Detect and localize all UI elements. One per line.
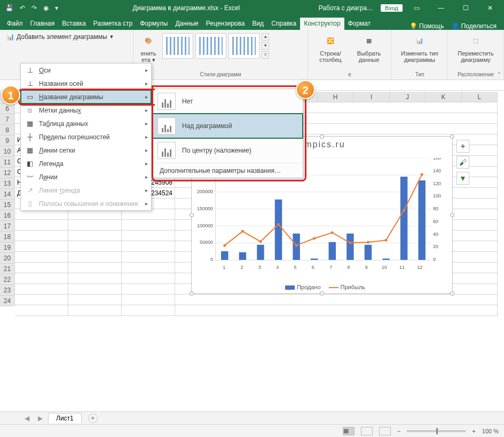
- move-chart-button[interactable]: ⬚ Переместить диаграмму: [451, 31, 500, 64]
- zoom-level[interactable]: 100 %: [482, 428, 499, 434]
- zoom-in-icon[interactable]: +: [472, 428, 475, 434]
- menu-data-table[interactable]: ▦Таблица данных▸: [21, 117, 151, 130]
- submenu-above[interactable]: Над диаграммой: [152, 114, 303, 138]
- row-header[interactable]: 11: [0, 157, 15, 168]
- col-header[interactable]: H: [318, 92, 353, 102]
- chart-style-2[interactable]: [195, 33, 226, 59]
- cell[interactable]: [122, 305, 175, 316]
- submenu-centered[interactable]: По центру (наложение): [152, 138, 303, 163]
- cell[interactable]: [122, 284, 175, 295]
- menu-axes[interactable]: ⊥Оси▸: [21, 63, 151, 77]
- chart-style-3[interactable]: [229, 33, 259, 59]
- col-header[interactable]: J: [390, 92, 426, 102]
- view-layout-icon[interactable]: [361, 427, 373, 435]
- tab-design[interactable]: Конструктор: [300, 18, 344, 30]
- cell[interactable]: [15, 209, 68, 220]
- cell[interactable]: [15, 263, 68, 273]
- cell[interactable]: [68, 305, 122, 316]
- close-icon[interactable]: ✕: [479, 4, 501, 12]
- redo-icon[interactable]: ↷: [32, 4, 37, 12]
- menu-error-bars[interactable]: ┼Пределы погрешностей▸: [21, 130, 151, 144]
- tab-format[interactable]: Формат: [344, 18, 375, 30]
- row-header[interactable]: 16: [0, 210, 15, 221]
- gallery-down-icon[interactable]: ▾: [262, 42, 269, 50]
- cell[interactable]: [15, 284, 68, 295]
- cell[interactable]: [15, 252, 68, 263]
- cell[interactable]: [15, 305, 68, 316]
- cell[interactable]: [122, 209, 175, 220]
- sheet-nav-prev[interactable]: ◀: [21, 415, 33, 422]
- submenu-more-options[interactable]: Дополнительные параметры названия…: [152, 163, 303, 178]
- collapse-ribbon-icon[interactable]: ˄: [498, 71, 501, 78]
- menu-lines[interactable]: 〰Линии▸: [21, 170, 151, 184]
- row-header[interactable]: 23: [0, 285, 15, 296]
- tab-data[interactable]: Данные: [171, 18, 202, 30]
- new-sheet-button[interactable]: +: [88, 414, 98, 423]
- col-header[interactable]: L: [462, 92, 498, 102]
- chart-legend[interactable]: Продано Прибыль: [192, 284, 452, 290]
- cell[interactable]: [122, 273, 175, 284]
- submenu-none[interactable]: Нет: [152, 89, 303, 114]
- row-header[interactable]: 10: [0, 146, 15, 157]
- chart-filters-button[interactable]: ▼: [456, 172, 469, 185]
- cell[interactable]: [68, 220, 122, 231]
- sheet-tab-active[interactable]: Лист1: [48, 413, 82, 423]
- cell[interactable]: [122, 231, 175, 241]
- cell[interactable]: [15, 241, 68, 252]
- row-header[interactable]: 15: [0, 200, 15, 210]
- qat-more-icon[interactable]: ▾: [55, 4, 58, 12]
- col-header[interactable]: K: [426, 92, 461, 102]
- cell[interactable]: [175, 305, 498, 316]
- tab-review[interactable]: Рецензирова: [202, 18, 249, 30]
- login-button[interactable]: Вход: [381, 4, 403, 12]
- menu-chart-title[interactable]: ▭Название диаграммы▸: [21, 90, 151, 104]
- cell[interactable]: [68, 263, 122, 273]
- cell[interactable]: [15, 231, 68, 241]
- view-normal-icon[interactable]: ▦: [343, 427, 355, 435]
- col-header[interactable]: I: [353, 92, 389, 102]
- cell[interactable]: [68, 241, 122, 252]
- minimize-icon[interactable]: —: [430, 4, 452, 12]
- chart-style-1[interactable]: [162, 33, 193, 59]
- undo-icon[interactable]: ↶: [20, 4, 25, 12]
- tab-view[interactable]: Вид: [248, 18, 267, 30]
- switch-row-col-button[interactable]: 🔀 Строка/столбец: [311, 31, 350, 64]
- chart-styles-gallery[interactable]: ▴ ▾ ▿: [160, 31, 271, 61]
- tab-home[interactable]: Главная: [27, 18, 59, 30]
- cell[interactable]: [68, 231, 122, 241]
- row-header[interactable]: 22: [0, 274, 15, 285]
- tell-me[interactable]: 💡 Помощь: [410, 22, 444, 30]
- row-header[interactable]: 24: [0, 296, 15, 306]
- cell[interactable]: [15, 273, 68, 284]
- cell[interactable]: [122, 263, 175, 273]
- cell[interactable]: [122, 220, 175, 231]
- change-chart-type-button[interactable]: 📊 Изменить тип диаграммы: [395, 31, 444, 64]
- row-header[interactable]: 8: [0, 125, 15, 136]
- row-header[interactable]: 13: [0, 178, 15, 189]
- cell[interactable]: [175, 295, 498, 305]
- row-header[interactable]: 18: [0, 232, 15, 242]
- tab-layout[interactable]: Разметка стр: [90, 18, 136, 30]
- row-header[interactable]: 7: [0, 114, 15, 125]
- tab-insert[interactable]: Вставка: [58, 18, 90, 30]
- cell[interactable]: [68, 295, 122, 305]
- zoom-out-icon[interactable]: −: [397, 428, 400, 434]
- row-header[interactable]: 12: [0, 168, 15, 178]
- row-header[interactable]: 6: [0, 104, 15, 114]
- menu-axis-titles[interactable]: ⊥Названия осей▸: [21, 77, 151, 90]
- row-header[interactable]: 9: [0, 136, 15, 146]
- menu-gridlines[interactable]: ▦Линии сетки▸: [21, 144, 151, 157]
- zoom-slider[interactable]: [407, 430, 466, 432]
- menu-data-labels[interactable]: ⎅Метки данных▸: [21, 104, 151, 117]
- row-header[interactable]: 21: [0, 264, 15, 274]
- chart-elements-button[interactable]: +: [456, 140, 469, 153]
- cell[interactable]: [68, 209, 122, 220]
- tab-formulas[interactable]: Формулы: [136, 18, 171, 30]
- menu-legend[interactable]: ◧Легенда▸: [21, 157, 151, 170]
- share-button[interactable]: 👤 Поделиться: [451, 22, 497, 30]
- cell[interactable]: [122, 241, 175, 252]
- maximize-icon[interactable]: ☐: [455, 4, 476, 12]
- add-chart-element-button[interactable]: 📊 Добавить элемент диаграммы ▼: [3, 31, 130, 43]
- ribbon-options-icon[interactable]: ▭: [406, 4, 427, 12]
- gallery-more-icon[interactable]: ▿: [262, 51, 269, 59]
